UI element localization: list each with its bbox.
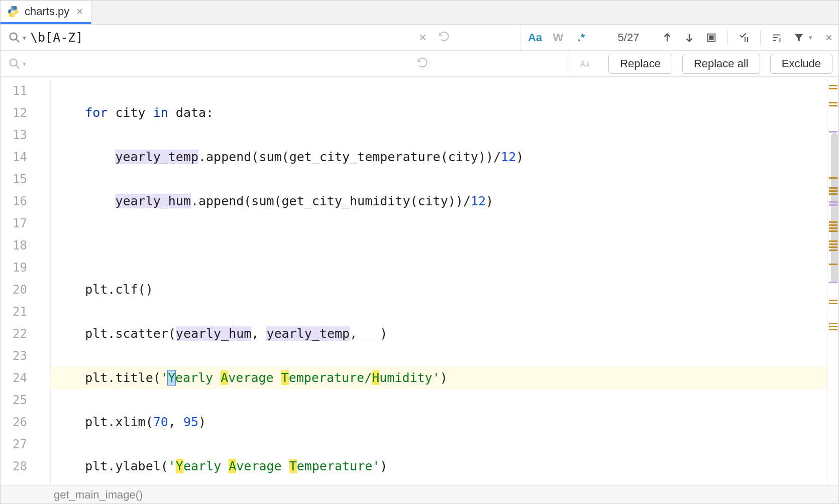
line-number: 25 bbox=[1, 389, 50, 411]
svg-line-1 bbox=[17, 39, 20, 42]
file-tab[interactable]: charts.py × bbox=[1, 1, 91, 24]
find-bar: ▾ × Aa W .* 5/27 bbox=[1, 25, 838, 51]
svg-point-12 bbox=[10, 59, 17, 66]
svg-point-0 bbox=[10, 33, 17, 40]
clear-search-icon[interactable]: × bbox=[419, 30, 427, 45]
line-number: 26 bbox=[1, 411, 50, 433]
search-chevron-icon[interactable]: ▾ bbox=[23, 34, 26, 42]
line-number: 17 bbox=[1, 212, 50, 234]
replace-bar: ▾ Replace Replace all Exclude bbox=[1, 51, 838, 77]
close-search-panel-icon[interactable]: × bbox=[825, 31, 832, 45]
select-all-occurrences-icon[interactable] bbox=[702, 29, 720, 47]
scrollbar-thumb[interactable] bbox=[831, 133, 838, 284]
line-number: 20 bbox=[1, 279, 50, 301]
line-number: 14 bbox=[1, 146, 50, 168]
exclude-button[interactable]: Exclude bbox=[770, 54, 832, 74]
search-input[interactable] bbox=[30, 30, 412, 45]
breadcrumb-bar[interactable]: get_main_image() bbox=[1, 485, 838, 503]
whole-words-toggle[interactable]: W bbox=[549, 29, 568, 47]
search-icon[interactable] bbox=[8, 31, 22, 45]
line-number: 21 bbox=[1, 301, 50, 323]
error-stripe[interactable] bbox=[827, 77, 838, 485]
editor-area: 11 12 13 14 15 16 17 18 19 20 21 22 23 2… bbox=[1, 77, 838, 485]
line-number: 23 bbox=[1, 345, 50, 367]
next-match-icon[interactable] bbox=[680, 29, 698, 47]
search-history-icon[interactable] bbox=[438, 30, 451, 45]
replace-input[interactable] bbox=[30, 56, 412, 71]
code-editor[interactable]: for city in data: yearly_temp.append(sum… bbox=[51, 77, 827, 485]
show-filter-popup-icon[interactable] bbox=[768, 29, 786, 47]
divider bbox=[760, 30, 761, 45]
line-number: 11 bbox=[1, 80, 50, 102]
line-number: 28 bbox=[1, 455, 50, 477]
replace-chevron-icon[interactable]: ▾ bbox=[23, 60, 26, 68]
match-case-toggle[interactable]: Aa bbox=[526, 29, 545, 47]
line-number: 19 bbox=[1, 257, 50, 279]
regex-toggle[interactable]: .* bbox=[572, 29, 591, 47]
line-number: 13 bbox=[1, 124, 50, 146]
line-number: 22 bbox=[1, 323, 50, 345]
replace-button[interactable]: Replace bbox=[608, 54, 672, 74]
replace-history-icon[interactable] bbox=[416, 56, 429, 71]
line-number: 15 bbox=[1, 168, 50, 190]
filter-chevron-icon[interactable]: ▾ bbox=[809, 34, 812, 41]
close-tab-icon[interactable]: × bbox=[74, 5, 85, 18]
line-number-gutter[interactable]: 11 12 13 14 15 16 17 18 19 20 21 22 23 2… bbox=[1, 77, 51, 485]
line-number: 18 bbox=[1, 234, 50, 257]
previous-match-icon[interactable] bbox=[658, 29, 676, 47]
divider bbox=[727, 30, 728, 45]
svg-rect-5 bbox=[709, 36, 713, 39]
line-number: 24 bbox=[1, 367, 50, 389]
breadcrumb-item[interactable]: get_main_image() bbox=[54, 488, 143, 501]
tab-filename: charts.py bbox=[25, 5, 69, 18]
match-count: 5/27 bbox=[611, 31, 646, 44]
python-file-icon bbox=[7, 5, 20, 18]
line-number: 16 bbox=[1, 190, 50, 212]
svg-line-13 bbox=[17, 65, 20, 68]
filter-icon[interactable] bbox=[790, 29, 808, 47]
line-number: 12 bbox=[1, 102, 50, 124]
add-selection-to-next-icon[interactable] bbox=[735, 29, 753, 47]
tab-bar: charts.py × bbox=[1, 1, 838, 25]
preserve-case-toggle[interactable] bbox=[575, 55, 594, 73]
replace-all-button[interactable]: Replace all bbox=[682, 54, 760, 74]
line-number: 27 bbox=[1, 433, 50, 455]
replace-search-icon[interactable] bbox=[8, 57, 22, 71]
